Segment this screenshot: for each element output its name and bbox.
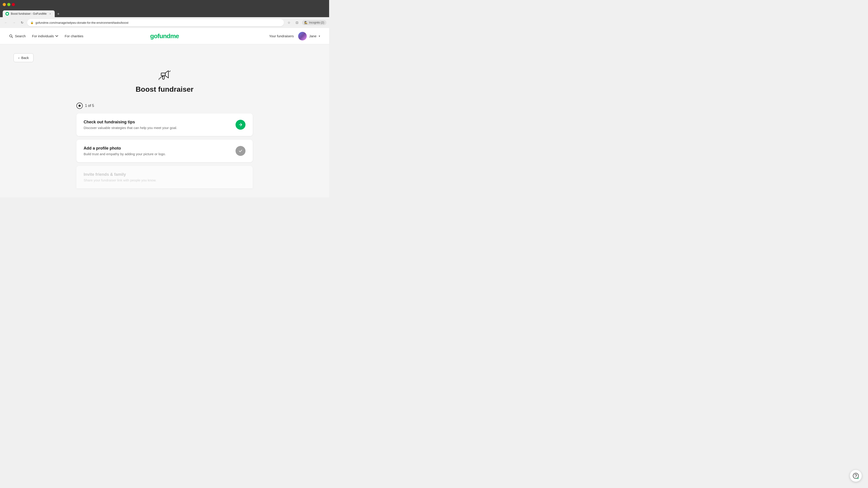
back-button[interactable]: ‹ Back (13, 53, 33, 62)
profile-switcher-button[interactable]: ⊡ (294, 20, 300, 26)
browser-chrome: Boost fundraiser - GoFundMe × + ← → ↻ 🔒 … (0, 0, 329, 28)
header-right: Your fundraisers Jane ▾ (269, 32, 320, 40)
tab-title: Boost fundraiser - GoFundMe (11, 12, 46, 15)
task-description-fundraising-tips: Discover valuable strategies that can he… (84, 126, 177, 130)
user-chevron-icon: ▾ (319, 35, 320, 38)
tab-favicon (5, 12, 9, 15)
active-tab[interactable]: Boost fundraiser - GoFundMe × (3, 10, 55, 17)
back-nav-icon: ← (4, 21, 7, 24)
url-text: gofundme.com/manage/wdywu-donate-for-the… (35, 21, 128, 24)
task-description-invite: Share your fundraiser link with people y… (84, 178, 156, 182)
tab-bar: Boost fundraiser - GoFundMe × + (0, 9, 329, 17)
arrow-right-icon (238, 123, 243, 127)
task-title-invite: Invite friends & family (84, 172, 156, 177)
for-individuals-nav[interactable]: For individuals (32, 34, 59, 38)
task-title-fundraising-tips: Check out fundraising tips (84, 120, 177, 125)
incognito-badge[interactable]: 🕵 Incognito (2) (302, 20, 327, 25)
steps-container: 1 of 5 Check out fundraising tips Discov… (76, 103, 253, 188)
site-header: Search For individuals For charities gof… (0, 28, 329, 44)
task-title-profile-photo: Add a profile photo (84, 146, 166, 151)
back-chevron-icon: ‹ (18, 56, 20, 60)
fundraising-tips-action-button[interactable] (236, 120, 246, 130)
for-individuals-label: For individuals (32, 34, 54, 38)
forward-nav-icon: → (12, 21, 16, 24)
bookmark-icon: ☆ (287, 21, 290, 24)
your-fundraisers-link[interactable]: Your fundraisers (269, 34, 294, 38)
svg-rect-2 (161, 73, 165, 76)
task-card-profile-photo: Add a profile photo Build trust and empa… (76, 140, 253, 162)
task-description-profile-photo: Build trust and empathy by adding your p… (84, 152, 166, 156)
header-left: Search For individuals For charities (9, 34, 84, 38)
task-card-content: Check out fundraising tips Discover valu… (84, 120, 177, 130)
task-card-invite-friends: Invite friends & family Share your fundr… (76, 166, 253, 188)
maximize-button[interactable] (7, 3, 10, 6)
forward-nav-button[interactable]: → (11, 20, 17, 26)
reload-button[interactable]: ↻ (19, 20, 25, 26)
browser-titlebar (0, 0, 329, 9)
steps-counter: 1 of 5 (76, 103, 253, 109)
task-card-fundraising-tips: Check out fundraising tips Discover valu… (76, 113, 253, 136)
back-label: Back (21, 56, 29, 60)
main-content: ‹ Back Boost fundraiser (0, 44, 329, 197)
search-icon (9, 34, 13, 38)
browser-nav: ← → ↻ 🔒 gofundme.com/manage/wdywu-donate… (0, 17, 329, 28)
incognito-icon: 🕵 (304, 21, 308, 24)
search-nav-item[interactable]: Search (9, 34, 26, 38)
for-charities-label: For charities (65, 34, 84, 38)
search-label: Search (15, 34, 26, 38)
page-hero: Boost fundraiser (13, 67, 315, 94)
check-icon (238, 149, 243, 153)
for-charities-nav[interactable]: For charities (65, 34, 84, 38)
back-nav-button[interactable]: ← (3, 20, 9, 26)
step-circle-icon (76, 103, 83, 109)
user-name-label: Jane (309, 34, 316, 38)
profile-photo-action-button[interactable] (236, 146, 246, 156)
avatar (298, 32, 307, 40)
bookmark-button[interactable]: ☆ (286, 20, 292, 26)
window-controls (3, 3, 15, 6)
secure-icon: 🔒 (30, 21, 34, 24)
page-title: Boost fundraiser (135, 85, 193, 94)
svg-point-3 (162, 75, 163, 77)
minimize-button[interactable] (3, 3, 6, 6)
reload-icon: ↻ (21, 21, 24, 24)
chevron-down-icon (55, 35, 58, 38)
close-button[interactable] (12, 3, 15, 6)
incognito-label: Incognito (2) (309, 21, 324, 24)
step-circle-inner (79, 105, 81, 107)
new-tab-button[interactable]: + (55, 11, 61, 17)
address-bar[interactable]: 🔒 gofundme.com/manage/wdywu-donate-for-t… (27, 19, 284, 26)
steps-counter-text: 1 of 5 (85, 104, 94, 108)
svg-line-1 (12, 37, 13, 38)
tab-close-button[interactable]: × (49, 12, 52, 15)
task-card-content-invite: Invite friends & family Share your fundr… (84, 172, 156, 182)
page-content: Search For individuals For charities gof… (0, 28, 329, 197)
boost-icon (157, 67, 173, 83)
profile-switcher-icon: ⊡ (296, 21, 298, 24)
logo-text: gofundme (150, 33, 179, 39)
task-card-content-photo: Add a profile photo Build trust and empa… (84, 146, 166, 156)
nav-actions: ☆ ⊡ 🕵 Incognito (2) (286, 20, 327, 26)
user-menu[interactable]: Jane ▾ (298, 32, 320, 40)
header-logo[interactable]: gofundme (150, 33, 179, 40)
